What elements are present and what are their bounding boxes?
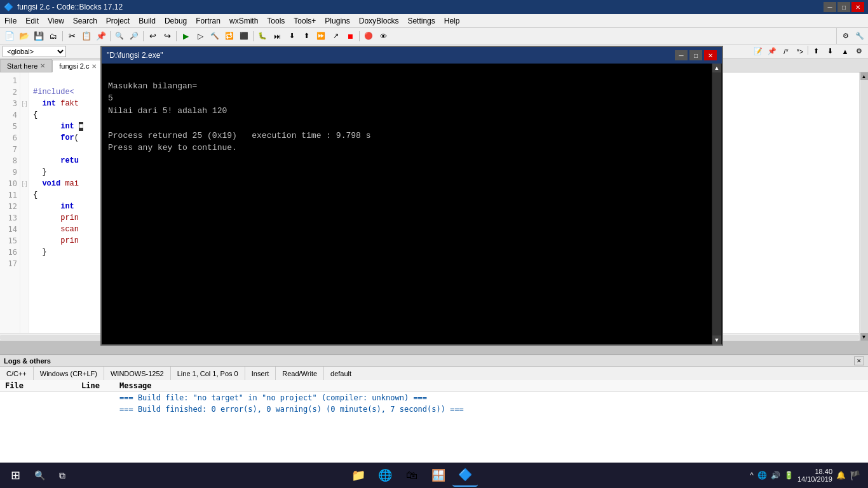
taskbar-explorer[interactable]: 📁: [346, 464, 371, 487]
tb-open[interactable]: 📂: [17, 30, 31, 43]
tb-debug-start[interactable]: 🐛: [255, 30, 269, 43]
menu-edit[interactable]: Edit: [21, 14, 43, 27]
menu-file[interactable]: File: [0, 14, 21, 27]
tb-step-over[interactable]: ↗: [329, 30, 342, 43]
console-close[interactable]: ✕: [704, 50, 717, 60]
tb-rebuild[interactable]: 🔁: [222, 30, 236, 43]
code-tb-2[interactable]: 📌: [766, 46, 778, 57]
tb-new[interactable]: 📄: [3, 30, 17, 43]
console-scroll-down[interactable]: ▼: [712, 336, 721, 344]
taskbar-search-button[interactable]: 🔍: [28, 464, 51, 487]
logs-close[interactable]: ✕: [854, 356, 864, 365]
taskbar-codeblocks-app[interactable]: 🔷: [452, 464, 478, 487]
taskbar-edge[interactable]: 🌐: [372, 464, 398, 487]
tb-breakpoint[interactable]: 🔴: [362, 30, 376, 43]
code-tb-6[interactable]: ⬇: [824, 46, 836, 57]
tb-stop[interactable]: ⬛: [237, 30, 251, 43]
menu-bar: File Edit View Search Project Build Debu…: [0, 14, 868, 28]
menu-wxsmith[interactable]: wxSmith: [225, 14, 262, 27]
code-vscrollbar[interactable]: ▲ ▼: [859, 72, 868, 341]
tab-fungsi2c[interactable]: fungsi 2.c ✕: [52, 60, 104, 72]
start-button[interactable]: ⊞: [3, 464, 28, 487]
tb-find-replace[interactable]: 🔎: [127, 30, 141, 43]
tray-battery[interactable]: 🔋: [784, 471, 794, 480]
tray-network[interactable]: 🌐: [757, 471, 767, 480]
console-scroll-up[interactable]: ▲: [712, 64, 721, 72]
tb-watches[interactable]: 👁: [376, 30, 390, 43]
tb-stop-debug[interactable]: ⏹: [343, 30, 357, 43]
console-scroll-track[interactable]: [712, 72, 721, 336]
scope-select[interactable]: <global>: [3, 46, 66, 57]
fold-10[interactable]: [-]: [20, 178, 29, 189]
menu-search[interactable]: Search: [69, 14, 102, 27]
code-line-7: retu: [33, 156, 79, 165]
col-file: File: [0, 380, 76, 392]
console-scrollbar[interactable]: ▲ ▼: [712, 64, 722, 344]
code-line-10: {: [33, 191, 37, 200]
menu-fortran[interactable]: Fortran: [191, 14, 225, 27]
tb-run[interactable]: ▷: [193, 30, 207, 43]
menu-tools[interactable]: Tools: [262, 14, 289, 27]
fold-11: [20, 189, 29, 201]
bottom-content[interactable]: File Line Message === Build file: "no ta…: [0, 380, 868, 463]
code-tb-3[interactable]: /*: [780, 46, 792, 57]
code-tb-1[interactable]: 📝: [752, 46, 764, 57]
menu-project[interactable]: Project: [102, 14, 134, 27]
tb-next[interactable]: ⏩: [314, 30, 328, 43]
tb-step-in[interactable]: ⬇: [285, 30, 299, 43]
tb-sep3: [143, 31, 144, 41]
rtool-1[interactable]: ▲: [839, 46, 851, 57]
tb-next-inst[interactable]: ⏭: [270, 30, 284, 43]
menu-debug[interactable]: Debug: [160, 14, 191, 27]
tb-copy[interactable]: 📋: [79, 30, 93, 43]
taskbar-settings-app[interactable]: 🪟: [426, 464, 451, 487]
tb-paste[interactable]: 📌: [94, 30, 108, 43]
close-button[interactable]: ✕: [851, 2, 864, 12]
code-tb-4[interactable]: *>: [794, 46, 806, 57]
tb-undo[interactable]: ↩: [146, 30, 159, 43]
scroll-down[interactable]: ▼: [860, 333, 868, 341]
tray-flag[interactable]: 🏴: [850, 470, 860, 480]
scroll-track[interactable]: [860, 80, 868, 333]
row2-msg: === Build finished: 0 error(s), 0 warnin…: [114, 403, 868, 415]
taskbar-clock[interactable]: 18.40 14/10/2019: [797, 468, 832, 483]
menu-plugins[interactable]: Plugins: [320, 14, 354, 27]
scroll-up[interactable]: ▲: [860, 72, 868, 80]
rtool-2[interactable]: ⚙: [853, 46, 865, 57]
code-tb-5[interactable]: ⬆: [810, 46, 822, 57]
fold-3[interactable]: [-]: [20, 98, 29, 109]
minimize-button[interactable]: ─: [824, 2, 836, 12]
menu-tools-plus[interactable]: Tools+: [289, 14, 320, 27]
tab-start-here-close[interactable]: ✕: [40, 62, 45, 69]
build-row-2: === Build finished: 0 error(s), 0 warnin…: [0, 403, 868, 415]
build-table-header-row: File Line Message: [0, 380, 868, 392]
tb-cut[interactable]: ✂: [65, 30, 79, 43]
tb-step-out[interactable]: ⬆: [299, 30, 313, 43]
taskbar-store[interactable]: 🛍: [399, 464, 424, 487]
maximize-button[interactable]: □: [837, 2, 850, 12]
tb-find[interactable]: 🔍: [112, 30, 126, 43]
tb-right-2[interactable]: 🔧: [853, 30, 866, 43]
taskview-button[interactable]: ⧉: [51, 464, 74, 487]
tb-save-all[interactable]: 🗂: [46, 30, 60, 43]
console-minimize[interactable]: ─: [675, 50, 688, 60]
menu-doxyblocks[interactable]: DoxyBlocks: [355, 14, 403, 27]
tb-right-1[interactable]: ⚙: [839, 30, 852, 43]
tb-redo[interactable]: ↪: [160, 30, 174, 43]
tray-sound[interactable]: 🔊: [771, 471, 780, 480]
tray-notification[interactable]: 🔔: [836, 471, 846, 480]
menu-build[interactable]: Build: [134, 14, 160, 27]
menu-help[interactable]: Help: [440, 14, 465, 27]
tb-build-run[interactable]: ▶: [179, 30, 193, 43]
tab-fungsi2c-close[interactable]: ✕: [92, 63, 97, 70]
tray-up-arrow[interactable]: ^: [750, 471, 754, 480]
tab-start-here[interactable]: Start here ✕: [0, 59, 52, 72]
col-message: Message: [114, 380, 868, 392]
menu-view[interactable]: View: [43, 14, 69, 27]
tb-save[interactable]: 💾: [32, 30, 46, 43]
menu-settings[interactable]: Settings: [403, 14, 439, 27]
console-maximize[interactable]: □: [689, 50, 702, 60]
console-content: Masukkan bilangan= 5 Nilai dari 5! adala…: [102, 64, 712, 344]
tb-build[interactable]: 🔨: [208, 30, 222, 43]
right-code-tools: ▲ ⚙: [839, 46, 865, 57]
